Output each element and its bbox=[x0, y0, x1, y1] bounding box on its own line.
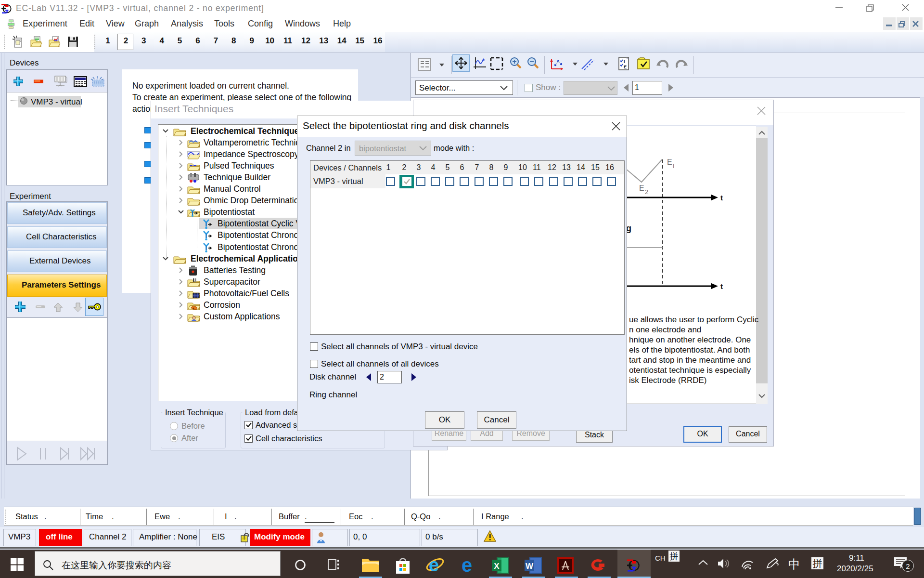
svg-text:2: 2 bbox=[645, 188, 648, 196]
svg-text:t: t bbox=[720, 194, 723, 202]
svg-text:E: E bbox=[667, 158, 672, 166]
svg-text:f: f bbox=[673, 163, 675, 170]
svg-text:E: E bbox=[639, 184, 644, 192]
svg-text:t: t bbox=[720, 282, 723, 290]
svg-text:I: I bbox=[624, 59, 625, 64]
svg-text:E: E bbox=[624, 65, 627, 69]
svg-text:X: X bbox=[494, 562, 500, 571]
svg-text:W: W bbox=[526, 562, 534, 571]
svg-text:e: e bbox=[429, 555, 439, 575]
svg-text:e: e bbox=[462, 555, 472, 575]
